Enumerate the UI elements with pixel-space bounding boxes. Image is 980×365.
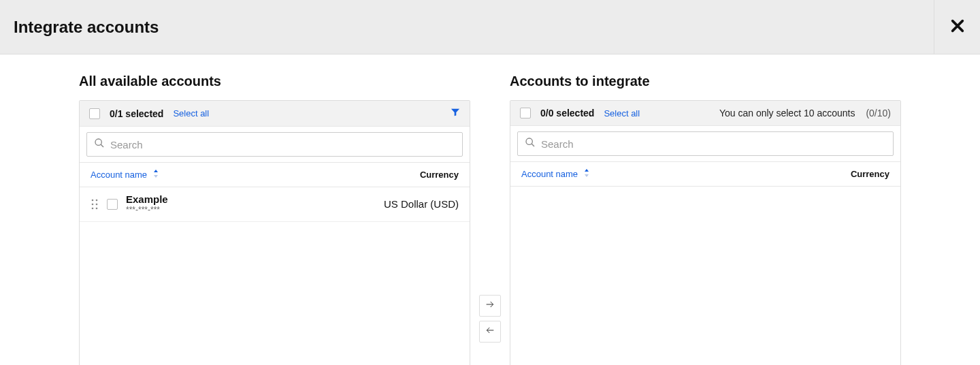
integrate-selected-count: 0/0 selected (540, 108, 594, 118)
svg-point-6 (92, 208, 94, 210)
available-rows: Example ***-***-*** US Dollar (USD) (80, 187, 470, 365)
available-accounts-column: All available accounts 0/1 selected Sele… (79, 74, 470, 365)
integrate-select-all-link[interactable]: Select all (604, 108, 640, 118)
available-select-all-link[interactable]: Select all (173, 108, 209, 118)
column-header-account-name: Account name (91, 170, 147, 180)
integrate-toolbar: 0/0 selected Select all You can only sel… (510, 101, 900, 126)
svg-point-2 (92, 200, 94, 202)
svg-point-5 (96, 204, 98, 206)
page-title: Integrate accounts (14, 18, 159, 37)
row-checkbox[interactable] (107, 199, 118, 210)
column-header-currency: Currency (851, 169, 889, 179)
svg-point-10 (526, 138, 532, 144)
close-button[interactable] (934, 0, 980, 54)
available-toolbar: 0/1 selected Select all (80, 101, 470, 127)
integrate-search-box[interactable] (517, 131, 894, 156)
table-row[interactable]: Example ***-***-*** US Dollar (USD) (80, 187, 470, 222)
filter-icon[interactable] (451, 108, 460, 119)
integrate-search-wrap (510, 126, 900, 161)
available-accounts-panel: 0/1 selected Select all Acco (79, 100, 470, 365)
account-currency: US Dollar (USD) (384, 198, 459, 210)
svg-line-11 (532, 144, 534, 146)
search-icon (525, 137, 536, 150)
svg-point-0 (95, 139, 101, 145)
available-search-box[interactable] (86, 132, 463, 157)
sort-icon (152, 170, 159, 180)
svg-point-4 (92, 204, 94, 206)
integrate-limit-count: (0/10) (866, 108, 891, 118)
integrate-rows (510, 187, 900, 365)
account-name: Example (126, 194, 168, 206)
integrate-accounts-panel: 0/0 selected Select all You can only sel… (510, 100, 901, 365)
close-icon (950, 18, 965, 36)
integrate-accounts-column: Accounts to integrate 0/0 selected Selec… (510, 74, 901, 365)
available-select-all-checkbox[interactable] (89, 108, 100, 119)
available-search-wrap (80, 127, 470, 162)
drag-handle-icon[interactable] (91, 199, 99, 210)
integrate-limit-text: You can only select 10 accounts (719, 108, 855, 118)
modal-body: All available accounts 0/1 selected Sele… (0, 54, 980, 365)
modal-header: Integrate accounts (0, 0, 980, 54)
svg-line-1 (101, 144, 103, 147)
column-header-account-name: Account name (521, 169, 578, 179)
account-mask: ***-***-*** (126, 206, 168, 215)
arrow-right-icon (485, 299, 495, 313)
sort-icon (583, 169, 590, 179)
arrow-left-icon (485, 325, 495, 338)
svg-point-3 (96, 200, 98, 202)
account-cell: Example ***-***-*** (126, 194, 168, 215)
integrate-sort-account-name[interactable]: Account name (521, 169, 590, 179)
available-selected-count: 0/1 selected (110, 108, 163, 119)
integrate-search-input[interactable] (541, 138, 886, 150)
move-left-button[interactable] (479, 321, 501, 343)
svg-point-7 (96, 208, 98, 210)
move-right-button[interactable] (479, 295, 501, 317)
integrate-accounts-title: Accounts to integrate (510, 74, 901, 89)
transfer-buttons (470, 74, 510, 365)
available-accounts-title: All available accounts (79, 74, 470, 89)
integrate-column-headers: Account name Currency (510, 161, 900, 187)
available-sort-account-name[interactable]: Account name (91, 170, 159, 180)
available-column-headers: Account name Currency (80, 162, 470, 187)
column-header-currency: Currency (420, 170, 459, 180)
search-icon (94, 138, 105, 151)
available-search-input[interactable] (110, 139, 455, 150)
integrate-select-all-checkbox[interactable] (520, 108, 531, 118)
